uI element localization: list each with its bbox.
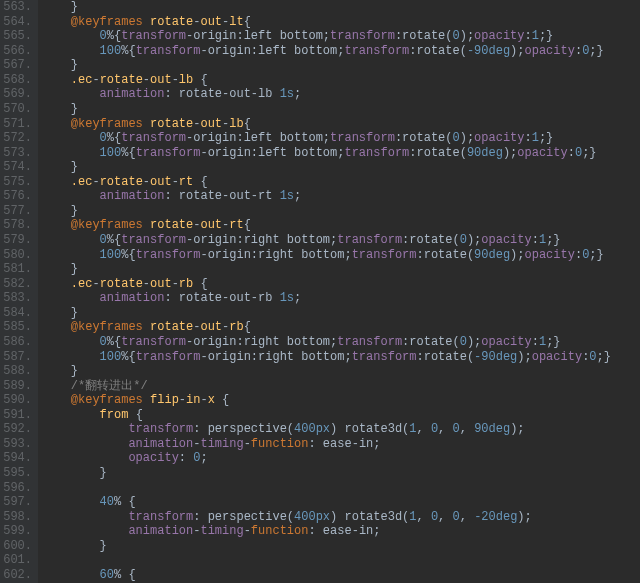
line-number: 582.	[0, 277, 32, 292]
code-line[interactable]: opacity: 0;	[42, 451, 640, 466]
line-number: 576.	[0, 189, 32, 204]
line-number: 599.	[0, 524, 32, 539]
line-number: 597.	[0, 495, 32, 510]
code-line[interactable]: }	[42, 539, 640, 554]
code-line[interactable]: 100%{transform-origin:left bottom;transf…	[42, 146, 640, 161]
code-line[interactable]: animation: rotate-out-lb 1s;	[42, 87, 640, 102]
line-number: 602.	[0, 568, 32, 583]
code-line[interactable]: @keyframes rotate-out-rb{	[42, 320, 640, 335]
code-line[interactable]: .ec-rotate-out-lb {	[42, 73, 640, 88]
line-number: 578.	[0, 218, 32, 233]
line-number: 567.	[0, 58, 32, 73]
line-number: 573.	[0, 146, 32, 161]
code-line[interactable]: 0%{transform-origin:left bottom;transfor…	[42, 131, 640, 146]
code-line[interactable]: @keyframes rotate-out-lb{	[42, 117, 640, 132]
line-number: 587.	[0, 350, 32, 365]
code-line[interactable]: }	[42, 466, 640, 481]
line-number: 583.	[0, 291, 32, 306]
line-number: 571.	[0, 117, 32, 132]
code-line[interactable]: }	[42, 262, 640, 277]
line-number: 596.	[0, 481, 32, 496]
line-number: 593.	[0, 437, 32, 452]
code-line[interactable]: 0%{transform-origin:left bottom;transfor…	[42, 29, 640, 44]
line-number: 595.	[0, 466, 32, 481]
line-number: 591.	[0, 408, 32, 423]
line-number: 580.	[0, 248, 32, 263]
line-number: 568.	[0, 73, 32, 88]
code-line[interactable]: }	[42, 0, 640, 15]
code-line[interactable]: }	[42, 102, 640, 117]
code-line[interactable]: animation-timing-function: ease-in;	[42, 524, 640, 539]
code-line[interactable]: .ec-rotate-out-rt {	[42, 175, 640, 190]
code-line[interactable]: transform: perspective(400px) rotate3d(1…	[42, 510, 640, 525]
line-number: 581.	[0, 262, 32, 277]
line-number: 575.	[0, 175, 32, 190]
code-line[interactable]	[42, 481, 640, 496]
code-line[interactable]: transform: perspective(400px) rotate3d(1…	[42, 422, 640, 437]
line-number: 577.	[0, 204, 32, 219]
line-number: 592.	[0, 422, 32, 437]
code-line[interactable]: from {	[42, 408, 640, 423]
line-number: 600.	[0, 539, 32, 554]
code-line[interactable]: animation: rotate-out-rb 1s;	[42, 291, 640, 306]
code-line[interactable]: }	[42, 160, 640, 175]
line-number: 601.	[0, 553, 32, 568]
code-line[interactable]: 100%{transform-origin:left bottom;transf…	[42, 44, 640, 59]
code-line[interactable]: }	[42, 306, 640, 321]
code-line[interactable]: @keyframes flip-in-x {	[42, 393, 640, 408]
code-line[interactable]: 0%{transform-origin:right bottom;transfo…	[42, 233, 640, 248]
code-line[interactable]: /*翻转进出*/	[42, 379, 640, 394]
line-number: 569.	[0, 87, 32, 102]
code-line[interactable]: }	[42, 204, 640, 219]
code-line[interactable]: 100%{transform-origin:right bottom;trans…	[42, 350, 640, 365]
line-number-gutter: 563.564.565.566.567.568.569.570.571.572.…	[0, 0, 38, 583]
line-number: 590.	[0, 393, 32, 408]
code-line[interactable]: }	[42, 364, 640, 379]
line-number: 594.	[0, 451, 32, 466]
line-number: 588.	[0, 364, 32, 379]
line-number: 570.	[0, 102, 32, 117]
code-area[interactable]: } @keyframes rotate-out-lt{ 0%{transform…	[38, 0, 640, 583]
code-line[interactable]	[42, 553, 640, 568]
line-number: 589.	[0, 379, 32, 394]
code-line[interactable]: 40% {	[42, 495, 640, 510]
line-number: 584.	[0, 306, 32, 321]
line-number: 572.	[0, 131, 32, 146]
code-line[interactable]: 100%{transform-origin:right bottom;trans…	[42, 248, 640, 263]
code-line[interactable]: animation: rotate-out-rt 1s;	[42, 189, 640, 204]
line-number: 598.	[0, 510, 32, 525]
code-line[interactable]: }	[42, 58, 640, 73]
line-number: 564.	[0, 15, 32, 30]
line-number: 586.	[0, 335, 32, 350]
line-number: 563.	[0, 0, 32, 15]
line-number: 585.	[0, 320, 32, 335]
code-line[interactable]: 0%{transform-origin:right bottom;transfo…	[42, 335, 640, 350]
code-editor[interactable]: 563.564.565.566.567.568.569.570.571.572.…	[0, 0, 640, 583]
code-line[interactable]: @keyframes rotate-out-lt{	[42, 15, 640, 30]
code-line[interactable]: .ec-rotate-out-rb {	[42, 277, 640, 292]
code-line[interactable]: 60% {	[42, 568, 640, 583]
code-line[interactable]: @keyframes rotate-out-rt{	[42, 218, 640, 233]
line-number: 579.	[0, 233, 32, 248]
line-number: 566.	[0, 44, 32, 59]
code-line[interactable]: animation-timing-function: ease-in;	[42, 437, 640, 452]
line-number: 574.	[0, 160, 32, 175]
line-number: 565.	[0, 29, 32, 44]
